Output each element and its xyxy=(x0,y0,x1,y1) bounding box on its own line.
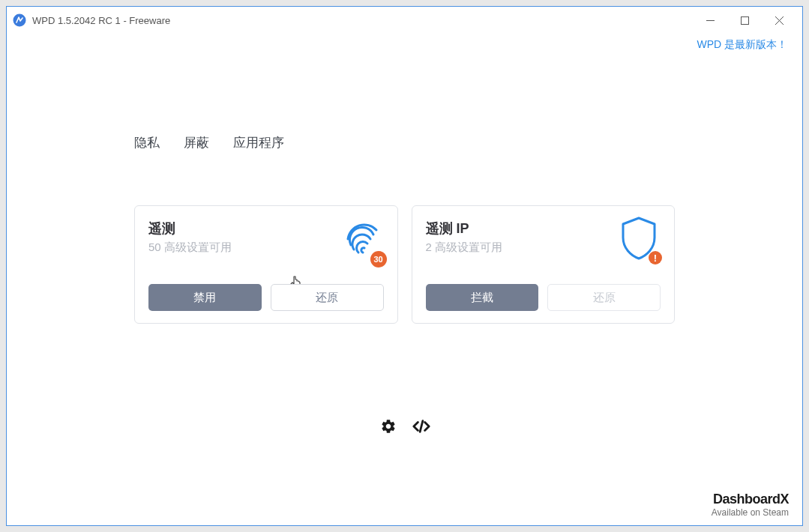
card-buttons: 禁用 还原 xyxy=(148,284,384,311)
tab-bar: 隐私 屏蔽 应用程序 xyxy=(134,134,675,151)
card-telemetry-ip[interactable]: 遥测 IP 2 高级设置可用 ! 拦截 还原 xyxy=(412,205,676,324)
maximize-button[interactable] xyxy=(727,9,762,31)
titlebar: WPD 1.5.2042 RC 1 - Freeware xyxy=(7,7,802,34)
revert-button[interactable]: 还原 xyxy=(271,284,384,311)
block-button[interactable]: 拦截 xyxy=(426,284,539,311)
brand-subtitle: Available on Steam xyxy=(712,507,789,518)
fingerprint-icon: 30 xyxy=(340,215,384,265)
code-icon[interactable] xyxy=(412,417,430,435)
minimize-button[interactable] xyxy=(693,9,727,31)
content-area: 隐私 屏蔽 应用程序 遥测 50 高级设置可用 xyxy=(7,52,802,525)
card-row: 遥测 50 高级设置可用 30 xyxy=(134,205,675,324)
card-telemetry[interactable]: 遥测 50 高级设置可用 30 xyxy=(134,205,398,324)
badge-alert: ! xyxy=(649,251,662,265)
svg-rect-2 xyxy=(741,16,748,24)
tab-privacy[interactable]: 隐私 xyxy=(134,134,160,151)
bottom-toolbar xyxy=(379,417,430,435)
svg-line-5 xyxy=(420,421,423,432)
card-buttons: 拦截 还原 xyxy=(426,284,661,311)
close-button[interactable] xyxy=(762,9,796,31)
app-icon xyxy=(13,13,26,27)
brand-name: DashboardX xyxy=(712,492,789,507)
tab-apps[interactable]: 应用程序 xyxy=(233,134,284,151)
app-window: WPD 1.5.2042 RC 1 - Freeware WPD 是最新版本！ … xyxy=(6,6,803,526)
revert-button: 还原 xyxy=(547,284,661,311)
tab-blocker[interactable]: 屏蔽 xyxy=(184,134,209,151)
shield-icon: ! xyxy=(617,215,661,266)
update-banner[interactable]: WPD 是最新版本！ xyxy=(7,34,802,52)
window-controls xyxy=(693,9,796,31)
badge-count: 30 xyxy=(370,251,387,267)
window-title: WPD 1.5.2042 RC 1 - Freeware xyxy=(32,15,693,26)
footer-brand[interactable]: DashboardX Available on Steam xyxy=(712,492,789,518)
disable-button[interactable]: 禁用 xyxy=(148,284,262,311)
gear-icon[interactable] xyxy=(379,417,397,435)
